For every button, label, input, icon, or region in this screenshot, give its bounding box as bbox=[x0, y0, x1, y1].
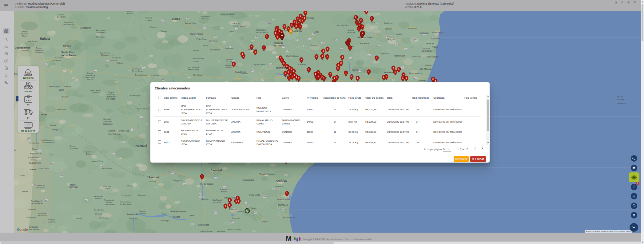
svg-text:487: 487 bbox=[171, 172, 174, 174]
svg-text:153: 153 bbox=[186, 17, 189, 19]
svg-text:Pedra Preta: Pedra Preta bbox=[197, 38, 207, 40]
svg-text:Tartagal: Tartagal bbox=[52, 128, 58, 131]
svg-text:Itaberaí: Itaberaí bbox=[240, 25, 246, 27]
svg-text:San Miguel: San Miguel bbox=[31, 200, 42, 203]
svg-text:Campo Verde: Campo Verde bbox=[185, 22, 197, 24]
svg-text:1: 1 bbox=[323, 77, 324, 79]
svg-text:Paracatu: Paracatu bbox=[310, 44, 318, 46]
svg-text:Alto Taquari: Alto Taquari bbox=[210, 49, 220, 51]
svg-text:Boyuibe: Boyuibe bbox=[62, 96, 69, 98]
svg-text:Ascensión: Ascensión bbox=[64, 21, 73, 23]
svg-text:Punata: Punata bbox=[22, 49, 28, 51]
svg-text:do Sul: do Sul bbox=[225, 66, 231, 69]
svg-text:Camiri: Camiri bbox=[59, 89, 64, 91]
svg-text:1: 1 bbox=[403, 73, 404, 76]
svg-text:1: 1 bbox=[233, 63, 234, 65]
svg-text:1: 1 bbox=[342, 56, 343, 58]
svg-text:Salta: Salta bbox=[30, 168, 36, 171]
svg-text:Rondonópolis: Rondonópolis bbox=[190, 33, 204, 35]
svg-text:Rosario de: Rosario de bbox=[36, 184, 45, 187]
svg-text:Itiquira: Itiquira bbox=[203, 44, 209, 46]
svg-text:Guarapuava: Guarapuava bbox=[243, 179, 254, 181]
svg-text:SÃO MARCOS: SÃO MARCOS bbox=[221, 13, 234, 15]
svg-text:1: 1 bbox=[356, 21, 358, 23]
svg-text:Mariscal: Mariscal bbox=[103, 118, 110, 120]
svg-text:1: 1 bbox=[358, 27, 360, 30]
svg-text:365: 365 bbox=[312, 33, 315, 35]
svg-text:163: 163 bbox=[183, 183, 186, 185]
svg-text:Paraguai: Paraguai bbox=[135, 144, 147, 147]
svg-text:São Miguel: São Miguel bbox=[213, 199, 222, 201]
svg-text:Parque: Parque bbox=[87, 72, 93, 74]
svg-text:Araçuaí: Araçuaí bbox=[388, 38, 395, 41]
svg-text:1: 1 bbox=[263, 46, 264, 49]
svg-text:Lagerenza: Lagerenza bbox=[92, 91, 101, 93]
svg-text:Presidencia: Presidencia bbox=[104, 199, 114, 201]
svg-text:Coxim: Coxim bbox=[193, 60, 198, 62]
svg-text:Ituzaingó: Ituzaingó bbox=[161, 219, 169, 222]
svg-text:381: 381 bbox=[334, 39, 337, 41]
svg-text:2: 2 bbox=[288, 71, 289, 73]
svg-text:Encarnación: Encarnación bbox=[171, 210, 186, 213]
svg-text:de Tucumán: de Tucumán bbox=[31, 203, 43, 205]
svg-text:1: 1 bbox=[376, 57, 377, 59]
svg-text:Kaa-Iya: Kaa-Iya bbox=[87, 78, 93, 81]
svg-text:Lacerda: Lacerda bbox=[126, 12, 133, 14]
svg-text:Charata: Charata bbox=[95, 213, 102, 215]
svg-text:158: 158 bbox=[322, 42, 324, 44]
svg-text:1: 1 bbox=[285, 72, 286, 74]
svg-text:457: 457 bbox=[236, 28, 238, 30]
svg-text:Passo Fundo: Passo Fundo bbox=[228, 228, 241, 230]
svg-text:D'Oeste: D'Oeste bbox=[145, 19, 152, 21]
svg-text:Parque: Parque bbox=[22, 30, 28, 33]
svg-text:14: 14 bbox=[273, 188, 275, 190]
svg-text:El Colorado: El Colorado bbox=[121, 195, 131, 197]
svg-text:Ituiutaba: Ituiutaba bbox=[241, 72, 248, 74]
svg-text:1: 1 bbox=[286, 65, 288, 67]
svg-text:22: 22 bbox=[131, 129, 133, 131]
svg-text:487: 487 bbox=[255, 36, 258, 38]
svg-text:415: 415 bbox=[214, 212, 217, 214]
svg-text:9: 9 bbox=[296, 39, 297, 41]
svg-text:Ciudad Perico: Ciudad Perico bbox=[29, 162, 41, 164]
svg-text:Lages: Lages bbox=[262, 220, 268, 222]
svg-text:Porto União: Porto União bbox=[249, 194, 260, 196]
svg-text:Panambi: Panambi bbox=[217, 230, 225, 233]
svg-text:Barra do: Barra do bbox=[233, 22, 240, 24]
svg-text:14: 14 bbox=[276, 56, 278, 58]
svg-text:del Estero: del Estero bbox=[48, 221, 57, 223]
svg-text:Alto Garças: Alto Garças bbox=[209, 40, 218, 42]
svg-text:365: 365 bbox=[251, 70, 254, 72]
svg-text:2: 2 bbox=[302, 19, 303, 22]
svg-text:Bahia Negra: Bahia Negra bbox=[130, 94, 141, 96]
svg-text:1: 1 bbox=[318, 71, 319, 73]
svg-text:Tipnis: Tipnis bbox=[22, 35, 27, 37]
svg-text:Salinas: Salinas bbox=[385, 28, 392, 30]
svg-text:2: 2 bbox=[393, 67, 394, 69]
svg-text:1: 1 bbox=[362, 32, 363, 35]
svg-text:Roboré: Roboré bbox=[117, 62, 123, 64]
svg-text:Cochabamba: Cochabamba bbox=[15, 46, 30, 49]
svg-text:1: 1 bbox=[349, 46, 351, 49]
svg-text:Gen Güemes: Gen Güemes bbox=[38, 167, 50, 170]
svg-text:60: 60 bbox=[113, 153, 115, 155]
svg-text:1: 1 bbox=[288, 77, 290, 79]
svg-text:64: 64 bbox=[282, 209, 284, 211]
svg-text:1: 1 bbox=[266, 35, 268, 37]
svg-text:415: 415 bbox=[33, 184, 35, 186]
svg-text:Jaíba: Jaíba bbox=[370, 22, 376, 24]
svg-text:Infierno: Infierno bbox=[95, 197, 102, 199]
svg-text:Santa Cruz: Santa Cruz bbox=[61, 51, 75, 54]
svg-text:Nova Venécia: Nova Venécia bbox=[409, 72, 423, 74]
svg-text:483: 483 bbox=[106, 61, 109, 62]
svg-text:Cafayate: Cafayate bbox=[21, 190, 29, 192]
svg-text:Brasília: Brasília bbox=[348, 29, 354, 31]
svg-text:Castelli: Castelli bbox=[104, 187, 110, 190]
svg-text:San Ramón de: San Ramón de bbox=[41, 139, 54, 141]
svg-text:Juan José: Juan José bbox=[103, 185, 111, 187]
svg-text:Villa Ángela: Villa Ángela bbox=[99, 217, 109, 219]
svg-text:Itaúnas: Itaúnas bbox=[425, 64, 431, 66]
svg-text:Purmamarca: Purmamarca bbox=[30, 152, 41, 155]
svg-text:1: 1 bbox=[255, 51, 256, 53]
svg-text:Cuiabá: Cuiabá bbox=[172, 18, 180, 20]
